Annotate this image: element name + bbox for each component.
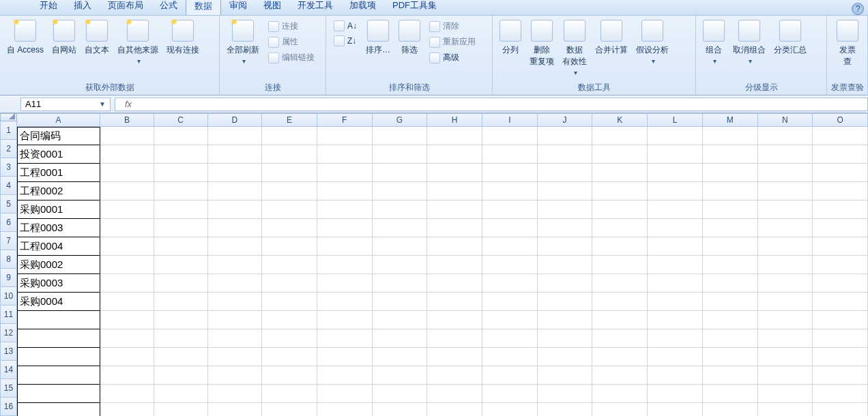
cell-H5[interactable]	[427, 200, 482, 219]
tab-页面布局[interactable]: 页面布局	[100, 0, 151, 15]
cell-E7[interactable]	[262, 237, 317, 256]
cell-F15[interactable]	[317, 385, 373, 403]
cell-F10[interactable]	[317, 293, 373, 311]
ext-data-btn-2[interactable]: 自文本	[81, 17, 113, 56]
outline-btn-1[interactable]: 取消组合	[729, 17, 770, 65]
cell-L10[interactable]	[648, 293, 703, 311]
cell-E15[interactable]	[262, 385, 317, 403]
sort-button[interactable]: 排序…	[362, 17, 394, 56]
cell-N15[interactable]	[758, 385, 813, 403]
row-header-3[interactable]: 3	[0, 158, 17, 177]
cell-B3[interactable]	[100, 164, 154, 182]
cell-A8[interactable]: 采购0002	[17, 256, 100, 274]
cell-I12[interactable]	[482, 329, 538, 348]
cell-F5[interactable]	[317, 200, 373, 219]
cell-K5[interactable]	[592, 200, 648, 219]
cell-N11[interactable]	[758, 311, 813, 329]
cell-F6[interactable]	[317, 219, 373, 237]
cell-H7[interactable]	[427, 237, 482, 256]
cell-I7[interactable]	[482, 237, 538, 256]
invoice-check-button[interactable]: 发票 查	[830, 17, 865, 68]
help-icon[interactable]: ?	[852, 3, 864, 15]
cell-C6[interactable]	[154, 219, 208, 237]
cell-C4[interactable]	[154, 182, 208, 200]
row-header-14[interactable]: 14	[0, 361, 17, 379]
cell-C7[interactable]	[154, 237, 208, 256]
cell-H8[interactable]	[427, 256, 482, 274]
cell-C8[interactable]	[154, 256, 208, 274]
cell-O10[interactable]	[813, 293, 868, 311]
cell-B7[interactable]	[100, 237, 154, 256]
cell-E8[interactable]	[262, 256, 317, 274]
sort-desc-button[interactable]: Z↓	[332, 35, 359, 47]
cell-K1[interactable]	[592, 127, 648, 145]
cell-B11[interactable]	[100, 311, 154, 329]
col-header-O[interactable]: O	[813, 113, 868, 127]
cell-B4[interactable]	[100, 182, 154, 200]
cell-A16[interactable]	[17, 403, 100, 416]
tab-数据[interactable]: 数据	[186, 0, 221, 15]
cell-F7[interactable]	[317, 237, 373, 256]
cell-I15[interactable]	[482, 385, 538, 403]
cell-M15[interactable]	[703, 385, 758, 403]
cell-E5[interactable]	[262, 200, 317, 219]
cell-M8[interactable]	[703, 256, 758, 274]
cell-H11[interactable]	[427, 311, 482, 329]
data-tool-btn-2[interactable]: 数据 有效性	[558, 17, 591, 77]
cell-E10[interactable]	[262, 293, 317, 311]
cell-M7[interactable]	[703, 237, 758, 256]
cell-C16[interactable]	[154, 403, 208, 416]
cell-E11[interactable]	[262, 311, 317, 329]
outline-btn-2[interactable]: 分类汇总	[770, 17, 811, 56]
cell-H3[interactable]	[427, 164, 482, 182]
cell-L14[interactable]	[648, 366, 703, 385]
cell-H12[interactable]	[427, 329, 482, 348]
cell-O9[interactable]	[813, 274, 868, 293]
cell-O14[interactable]	[813, 366, 868, 385]
outline-btn-0[interactable]: 组合	[699, 17, 729, 65]
cell-E14[interactable]	[262, 366, 317, 385]
cell-J6[interactable]	[538, 219, 593, 237]
col-header-M[interactable]: M	[703, 113, 758, 127]
cell-L1[interactable]	[648, 127, 703, 145]
cell-G3[interactable]	[373, 164, 428, 182]
ext-data-btn-1[interactable]: 自网站	[48, 17, 81, 56]
cell-D14[interactable]	[208, 366, 263, 385]
cell-H13[interactable]	[427, 348, 482, 366]
cell-I11[interactable]	[482, 311, 538, 329]
cell-B10[interactable]	[100, 293, 154, 311]
cell-D13[interactable]	[208, 348, 263, 366]
row-header-13[interactable]: 13	[0, 342, 17, 361]
tab-审阅[interactable]: 审阅	[221, 0, 255, 15]
cell-K14[interactable]	[592, 366, 648, 385]
cell-J14[interactable]	[538, 366, 593, 385]
row-header-11[interactable]: 11	[0, 306, 17, 324]
col-header-F[interactable]: F	[317, 113, 373, 127]
cell-O15[interactable]	[813, 385, 868, 403]
cell-H9[interactable]	[427, 274, 482, 293]
cell-O3[interactable]	[813, 164, 868, 182]
cell-H15[interactable]	[427, 385, 482, 403]
cell-J3[interactable]	[538, 164, 593, 182]
cell-C5[interactable]	[154, 200, 208, 219]
cell-A10[interactable]: 采购0004	[17, 293, 100, 311]
cell-G16[interactable]	[373, 403, 428, 416]
cell-N7[interactable]	[758, 237, 813, 256]
cell-J1[interactable]	[538, 127, 593, 145]
cell-E6[interactable]	[262, 219, 317, 237]
cell-N8[interactable]	[758, 256, 813, 274]
cell-M13[interactable]	[703, 348, 758, 366]
cells-grid[interactable]: 合同编码投资0001工程0001工程0002采购0001工程0003工程0004…	[17, 127, 868, 416]
cell-B12[interactable]	[100, 329, 154, 348]
cell-L9[interactable]	[648, 274, 703, 293]
cell-O4[interactable]	[813, 182, 868, 200]
cell-H2[interactable]	[427, 145, 482, 164]
cell-H6[interactable]	[427, 219, 482, 237]
cell-F9[interactable]	[317, 274, 373, 293]
cell-B14[interactable]	[100, 366, 154, 385]
cell-A4[interactable]: 工程0002	[17, 182, 100, 200]
cell-H14[interactable]	[427, 366, 482, 385]
col-header-H[interactable]: H	[427, 113, 482, 127]
cell-L3[interactable]	[648, 164, 703, 182]
cell-G14[interactable]	[373, 366, 428, 385]
